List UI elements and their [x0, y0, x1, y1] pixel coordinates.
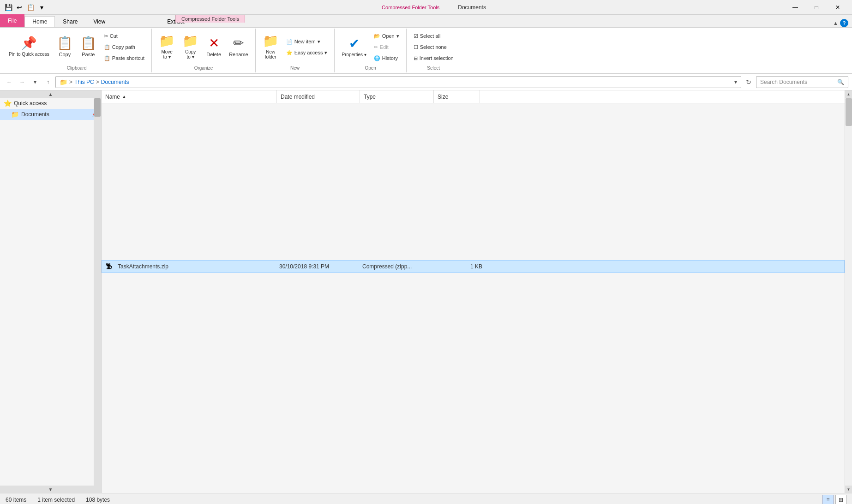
back-button[interactable]: ←	[4, 77, 15, 88]
invert-selection-button[interactable]: ⊟ Invert selection	[410, 53, 457, 63]
paste-icon: 📋	[80, 37, 96, 50]
tab-compressed-folder-tools[interactable]: Compressed Folder Tools	[175, 15, 245, 23]
clipboard-extra-col: ✂ Cut 📋 Copy path 📋 Paste shortcut	[101, 31, 148, 63]
sidebar-item-quick-access[interactable]: ⭐ Quick access	[0, 98, 101, 109]
address-bar[interactable]: 📁 > This PC > Documents ▾	[55, 76, 741, 88]
refresh-button[interactable]: ↻	[743, 77, 754, 88]
pin-to-quick-access-button[interactable]: 📌 Pin to Quick access	[6, 30, 53, 64]
easy-access-button[interactable]: ⭐ Easy access ▾	[283, 47, 331, 58]
details-view-button[interactable]: ≡	[822, 495, 834, 504]
search-box[interactable]: Search Documents 🔍	[756, 76, 848, 88]
tab-file[interactable]: File	[0, 14, 24, 27]
ribbon-group-new: 📁 Newfolder 📄 New item ▾ ⭐ Easy access ▾…	[256, 29, 335, 72]
scrollbar-track[interactable]	[845, 98, 852, 486]
copy-button[interactable]: 📋 Copy	[54, 30, 76, 64]
copy-label: Copy	[59, 52, 71, 57]
easy-access-arrow: ▾	[324, 50, 327, 56]
properties-button[interactable]: ✔ Properties ▾	[338, 30, 369, 64]
addressbar-separator1: >	[69, 79, 72, 85]
compressed-folder-tools-label: Compressed Folder Tools	[382, 5, 439, 10]
addressbar-this-pc[interactable]: This PC	[74, 79, 94, 85]
save-icon[interactable]: 💾	[4, 3, 13, 12]
recent-locations-button[interactable]: ▾	[30, 77, 41, 88]
help-btn[interactable]: ?	[840, 19, 848, 27]
organize-buttons: 📁 Moveto ▾ 📁 Copyto ▾ ✕ Delete ✏ Rename	[156, 30, 252, 64]
tab-home[interactable]: Home	[24, 16, 55, 27]
copy-to-button[interactable]: 📁 Copyto ▾	[179, 30, 202, 64]
paste-button[interactable]: 📋 Paste	[77, 30, 100, 64]
ribbon-group-organize: 📁 Moveto ▾ 📁 Copyto ▾ ✕ Delete ✏ Rename …	[152, 29, 256, 72]
titlebar: 💾 ↩ 📋 ▾ Compressed Folder Tools Document…	[0, 0, 852, 15]
open-arrow: ▾	[396, 33, 399, 39]
undo-icon[interactable]: ↩	[15, 3, 24, 12]
delete-button[interactable]: ✕ Delete	[203, 30, 225, 64]
tab-view[interactable]: View	[85, 16, 113, 27]
move-to-button[interactable]: 📁 Moveto ▾	[156, 30, 178, 64]
properties-label: Properties ▾	[342, 52, 366, 57]
move-to-label: Moveto ▾	[161, 49, 172, 59]
file-item-taskattachments[interactable]: 🗜 TaskAttachments.zip 30/10/2018 9:31 PM…	[102, 260, 845, 273]
invert-selection-icon: ⊟	[414, 55, 418, 61]
copy-path-button[interactable]: 📋 Copy path	[101, 42, 148, 52]
right-scrollbar[interactable]: ▲ ▼	[845, 90, 852, 493]
open-button[interactable]: 📂 Open ▾	[371, 31, 402, 41]
organize-group-label: Organize	[156, 64, 252, 71]
new-item-label: New item	[294, 39, 316, 44]
column-header-date[interactable]: Date modified	[277, 90, 360, 103]
select-col: ☑ Select all ☐ Select none ⊟ Invert sele…	[410, 31, 457, 63]
up-button[interactable]: ↑	[42, 77, 54, 88]
maximize-button[interactable]: □	[806, 0, 827, 15]
statusbar: 60 items 1 item selected 108 bytes ≡ ⊞	[0, 493, 852, 504]
forward-button[interactable]: →	[17, 77, 28, 88]
select-all-button[interactable]: ☑ Select all	[410, 31, 457, 41]
new-item-button[interactable]: 📄 New item ▾	[283, 36, 331, 47]
history-label: History	[382, 55, 398, 61]
delete-icon: ✕	[209, 37, 219, 50]
sidebar-scroll-down[interactable]: ▼	[0, 486, 101, 493]
sidebar-scrollbar[interactable]	[94, 98, 101, 486]
column-header-size[interactable]: Size	[434, 90, 480, 103]
ribbon: 📌 Pin to Quick access 📋 Copy 📋 Paste ✂ C…	[0, 28, 852, 74]
large-icon-view-button[interactable]: ⊞	[835, 495, 846, 504]
paste-shortcut-icon: 📋	[104, 55, 110, 61]
cut-button[interactable]: ✂ Cut	[101, 31, 148, 41]
invert-selection-label: Invert selection	[420, 55, 454, 61]
history-button[interactable]: 🌐 History	[371, 53, 402, 63]
paste-shortcut-button[interactable]: 📋 Paste shortcut	[101, 53, 148, 63]
copy-path-icon: 📋	[104, 44, 110, 50]
paste-shortcut-label: Paste shortcut	[112, 55, 144, 61]
scrollbar-down-btn[interactable]: ▼	[845, 486, 852, 493]
open-extra-col: 📂 Open ▾ ✏ Edit 🌐 History	[371, 31, 402, 63]
addressbar-documents[interactable]: Documents	[101, 79, 129, 85]
minimize-button[interactable]: —	[785, 0, 806, 15]
file-list-area: Name ▲ Date modified Type Size 🗜 TaskAtt…	[102, 90, 845, 493]
documents-folder-icon: 📁	[11, 111, 18, 118]
folder-icon: 📁	[60, 78, 67, 86]
addressbar-dropdown-btn[interactable]: ▾	[734, 79, 737, 85]
dropdown-quick-icon[interactable]: ▾	[37, 3, 46, 12]
column-header-name[interactable]: Name ▲	[102, 90, 277, 103]
close-button[interactable]: ✕	[827, 0, 848, 15]
select-group-label: Select	[410, 64, 457, 71]
sidebar-item-documents[interactable]: 📁 Documents 📌	[0, 109, 101, 120]
edit-button[interactable]: ✏ Edit	[371, 42, 402, 52]
sidebar-scrollbar-thumb[interactable]	[94, 98, 101, 117]
scrollbar-up-btn[interactable]: ▲	[845, 90, 852, 98]
new-item-icon: 📄	[286, 39, 293, 45]
pin-label: Pin to Quick access	[9, 52, 49, 57]
sidebar-scroll-up[interactable]: ▲	[0, 90, 101, 98]
properties-quick-icon[interactable]: 📋	[26, 3, 35, 12]
new-item-arrow: ▾	[318, 39, 320, 45]
scrollbar-thumb[interactable]	[846, 98, 852, 126]
new-folder-button[interactable]: 📁 Newfolder	[259, 30, 282, 64]
select-none-button[interactable]: ☐ Select none	[410, 42, 457, 52]
select-buttons: ☑ Select all ☐ Select none ⊟ Invert sele…	[410, 30, 457, 64]
rename-button[interactable]: ✏ Rename	[226, 30, 252, 64]
tab-share[interactable]: Share	[55, 16, 85, 27]
col-name-sort-icon: ▲	[122, 94, 126, 99]
cut-icon: ✂	[104, 33, 108, 39]
ribbon-collapse-btn[interactable]: ▲	[833, 20, 838, 26]
quick-access-icon: ⭐	[4, 100, 11, 107]
column-header-type[interactable]: Type	[360, 90, 434, 103]
sidebar-content: ⭐ Quick access 📁 Documents 📌	[0, 98, 101, 486]
